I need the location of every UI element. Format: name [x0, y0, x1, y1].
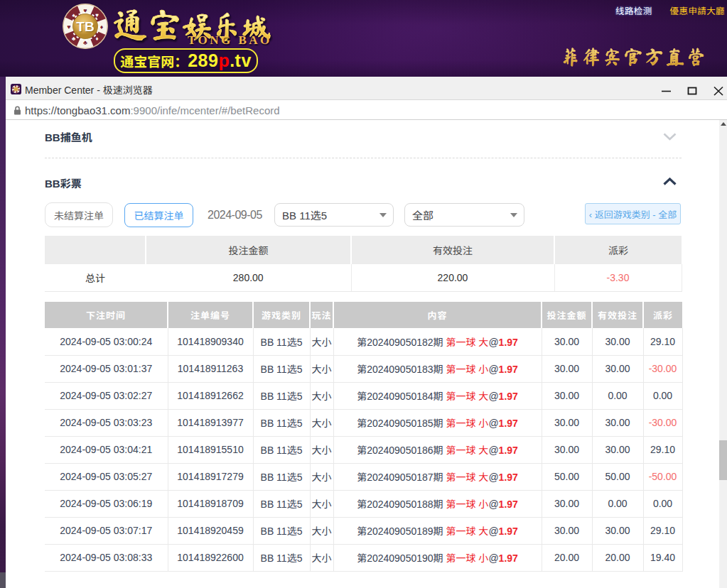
svg-text:♦: ♦: [100, 23, 104, 31]
svg-text:♥: ♥: [95, 12, 99, 18]
svg-text:♥: ♥: [67, 23, 70, 31]
svg-text:♦: ♦: [95, 36, 98, 42]
svg-text:TB: TB: [76, 19, 94, 34]
svg-text:♣: ♣: [72, 36, 76, 42]
